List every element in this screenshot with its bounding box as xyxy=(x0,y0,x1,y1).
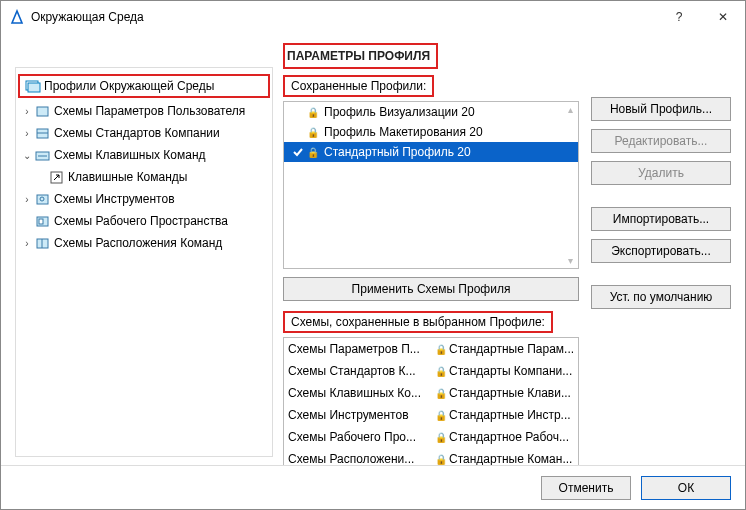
profile-env-icon xyxy=(24,78,42,94)
svg-rect-12 xyxy=(39,219,43,224)
company-icon xyxy=(34,125,52,141)
tree-header-label: Профили Окружающей Среды xyxy=(42,79,214,93)
scheme-category[interactable]: Схемы Стандартов К... xyxy=(284,360,431,382)
tree-item[interactable]: ›Схемы Инструментов xyxy=(16,188,272,210)
lock-icon: 🔒 xyxy=(435,432,447,443)
cancel-button[interactable]: Отменить xyxy=(541,476,631,500)
profile-action-buttons: Новый Профиль... Редактировать... Удалит… xyxy=(591,75,731,465)
lock-icon: 🔒 xyxy=(435,388,447,399)
check-icon xyxy=(290,146,306,158)
schemes-in-profile-label: Схемы, сохраненные в выбранном Профиле: xyxy=(283,311,553,333)
profile-row[interactable]: 🔒Профиль Макетирования 20 xyxy=(284,122,578,142)
new-profile-button[interactable]: Новый Профиль... xyxy=(591,97,731,121)
ok-button[interactable]: ОК xyxy=(641,476,731,500)
scheme-category[interactable]: Схемы Инструментов xyxy=(284,404,431,426)
expand-toggle[interactable]: › xyxy=(20,238,34,249)
tree-item-label: Схемы Рабочего Пространства xyxy=(52,214,228,228)
titlebar: Окружающая Среда ? ✕ xyxy=(1,1,745,33)
scheme-value[interactable]: 🔒Стандартное Рабоч... xyxy=(431,426,578,448)
tree-item[interactable]: Клавишные Команды xyxy=(16,166,272,188)
tree-item-label: Клавишные Команды xyxy=(66,170,187,184)
dialog-footer: Отменить ОК xyxy=(1,465,745,509)
tools-icon xyxy=(34,191,52,207)
import-profile-button[interactable]: Импортировать... xyxy=(591,207,731,231)
svg-rect-3 xyxy=(37,107,48,116)
expand-toggle[interactable]: ⌄ xyxy=(20,150,34,161)
tree-item-label: Схемы Стандартов Компании xyxy=(52,126,220,140)
window-title: Окружающая Среда xyxy=(31,10,657,24)
user-icon xyxy=(34,103,52,119)
edit-profile-button: Редактировать... xyxy=(591,129,731,153)
lock-icon: 🔒 xyxy=(435,410,447,421)
tree-item-label: Схемы Инструментов xyxy=(52,192,175,206)
scrollbar[interactable]: ▴▾ xyxy=(564,104,576,266)
scheme-value[interactable]: 🔒Стандартные Парам... xyxy=(431,338,578,360)
scheme-category[interactable]: Схемы Параметров П... xyxy=(284,338,431,360)
svg-rect-2 xyxy=(28,83,40,92)
tree-item[interactable]: ›Схемы Параметров Пользователя xyxy=(16,100,272,122)
lock-icon: 🔒 xyxy=(435,344,447,355)
delete-profile-button: Удалить xyxy=(591,161,731,185)
set-default-button[interactable]: Уст. по умолчанию xyxy=(591,285,731,309)
layout-icon xyxy=(34,235,52,251)
dialog-body: Профили Окружающей Среды ›Схемы Параметр… xyxy=(1,33,745,465)
sidebar-tree[interactable]: Профили Окружающей Среды ›Схемы Параметр… xyxy=(15,67,273,457)
scheme-category[interactable]: Схемы Расположени... xyxy=(284,448,431,465)
app-icon xyxy=(9,9,25,25)
tree-item[interactable]: Схемы Рабочего Пространства xyxy=(16,210,272,232)
export-profile-button[interactable]: Экспортировать... xyxy=(591,239,731,263)
tree-item[interactable]: ⌄Схемы Клавишных Команд xyxy=(16,144,272,166)
apply-schemes-button[interactable]: Применить Схемы Профиля xyxy=(283,277,579,301)
svg-marker-0 xyxy=(12,11,22,23)
schemes-list[interactable]: Схемы Параметров П...🔒Стандартные Парам.… xyxy=(283,337,579,465)
tree-item-label: Схемы Расположения Команд xyxy=(52,236,222,250)
lock-icon: 🔒 xyxy=(306,127,320,138)
tree-header-profiles[interactable]: Профили Окружающей Среды xyxy=(18,74,270,98)
shortcut-icon xyxy=(48,169,66,185)
help-button[interactable]: ? xyxy=(657,1,701,33)
tree-item-label: Схемы Клавишных Команд xyxy=(52,148,206,162)
profile-label: Профиль Визуализации 20 xyxy=(320,105,475,119)
lock-icon: 🔒 xyxy=(435,366,447,377)
scheme-value[interactable]: 🔒Стандартные Инстр... xyxy=(431,404,578,426)
saved-profiles-list[interactable]: 🔒Профиль Визуализации 20🔒Профиль Макетир… xyxy=(283,101,579,269)
tree-item[interactable]: ›Схемы Стандартов Компании xyxy=(16,122,272,144)
section-title: ПАРАМЕТРЫ ПРОФИЛЯ xyxy=(283,43,438,69)
scheme-value[interactable]: 🔒Стандартные Коман... xyxy=(431,448,578,465)
close-button[interactable]: ✕ xyxy=(701,1,745,33)
lock-icon: 🔒 xyxy=(306,147,320,158)
workspace-icon xyxy=(34,213,52,229)
lock-icon: 🔒 xyxy=(435,454,447,465)
expand-toggle[interactable]: › xyxy=(20,128,34,139)
scheme-category[interactable]: Схемы Клавишных Ко... xyxy=(284,382,431,404)
scheme-value[interactable]: 🔒Стандартные Клави... xyxy=(431,382,578,404)
tree-item-label: Схемы Параметров Пользователя xyxy=(52,104,245,118)
scheme-value[interactable]: 🔒Стандарты Компани... xyxy=(431,360,578,382)
dialog-window: Окружающая Среда ? ✕ Профили Окружающей … xyxy=(0,0,746,510)
main-panel: ПАРАМЕТРЫ ПРОФИЛЯ Сохраненные Профили: 🔒… xyxy=(283,43,731,465)
expand-toggle[interactable]: › xyxy=(20,194,34,205)
lock-icon: 🔒 xyxy=(306,107,320,118)
tree-item[interactable]: ›Схемы Расположения Команд xyxy=(16,232,272,254)
scheme-category[interactable]: Схемы Рабочего Про... xyxy=(284,426,431,448)
keyboard-icon xyxy=(34,147,52,163)
profile-row[interactable]: 🔒Стандартный Профиль 20 xyxy=(284,142,578,162)
profile-label: Стандартный Профиль 20 xyxy=(320,145,471,159)
profile-row[interactable]: 🔒Профиль Визуализации 20 xyxy=(284,102,578,122)
profile-label: Профиль Макетирования 20 xyxy=(320,125,483,139)
saved-profiles-label: Сохраненные Профили: xyxy=(283,75,434,97)
expand-toggle[interactable]: › xyxy=(20,106,34,117)
svg-rect-9 xyxy=(37,195,48,204)
